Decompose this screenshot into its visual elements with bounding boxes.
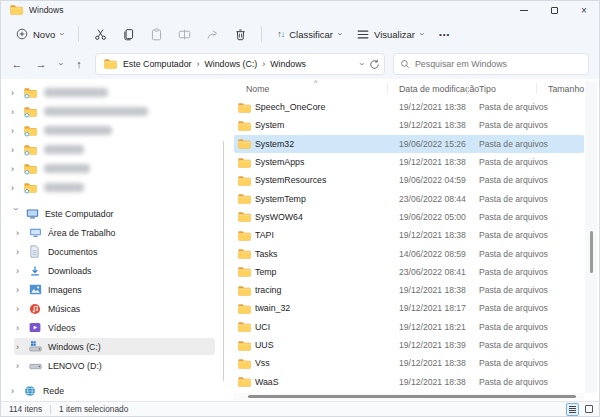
file-row[interactable]: System32 19/06/2022 15:26 Pasta de arqui… xyxy=(234,135,584,153)
recent-locations-button[interactable]: › xyxy=(53,52,67,76)
address-dropdown-icon[interactable]: › xyxy=(357,63,367,66)
file-row[interactable]: SysWOW64 19/06/2022 05:00 Pasta de arqui… xyxy=(234,208,584,226)
file-row[interactable]: SystemApps 19/12/2021 18:38 Pasta de arq… xyxy=(234,153,584,171)
up-button[interactable]: ↑ xyxy=(67,52,91,76)
delete-button[interactable] xyxy=(227,23,253,45)
sidebar-item-blurred[interactable]: › xyxy=(1,178,227,197)
folder-icon xyxy=(238,321,251,332)
sidebar-item[interactable]: › Área de Trabalho xyxy=(1,223,227,242)
expand-chevron-icon[interactable]: › xyxy=(16,266,29,276)
cut-button[interactable] xyxy=(87,23,113,45)
scissors-icon xyxy=(94,28,107,41)
search-input[interactable] xyxy=(415,59,582,69)
paste-button[interactable] xyxy=(143,23,169,45)
folder-icon xyxy=(238,376,251,387)
expand-chevron-icon[interactable]: › xyxy=(11,207,21,220)
file-modified-date: 19/12/2021 18:38 xyxy=(399,285,479,295)
expand-chevron-icon[interactable]: › xyxy=(11,126,24,136)
vertical-scrollbar-thumb[interactable] xyxy=(590,231,593,273)
breadcrumb-segment[interactable]: Windows › xyxy=(270,59,306,69)
folder-icon xyxy=(238,358,255,369)
folder-icon xyxy=(238,102,255,113)
folder-sync-icon xyxy=(24,86,37,99)
file-row[interactable]: SystemResources 19/06/2022 04:59 Pasta d… xyxy=(234,171,584,189)
column-header[interactable]: Tipo xyxy=(479,84,548,94)
sidebar-item-blurred[interactable]: › xyxy=(1,102,227,121)
sidebar-item[interactable]: › Vídeos xyxy=(1,318,227,337)
file-row[interactable]: SystemTemp 23/06/2022 08:44 Pasta de arq… xyxy=(234,189,584,207)
file-row[interactable]: Vss 19/12/2021 18:38 Pasta de arquivos xyxy=(234,354,584,372)
forward-button[interactable]: → xyxy=(29,52,53,76)
file-row[interactable]: Temp 23/06/2022 08:41 Pasta de arquivos xyxy=(234,263,584,281)
expand-chevron-icon[interactable]: › xyxy=(16,228,29,238)
expand-chevron-icon[interactable]: › xyxy=(16,323,29,333)
horizontal-scrollbar[interactable] xyxy=(234,393,584,400)
minimize-button[interactable] xyxy=(509,1,539,19)
expand-chevron-icon[interactable]: › xyxy=(16,304,29,314)
breadcrumb-segment[interactable]: Windows (C:) › xyxy=(204,59,270,69)
sidebar-item[interactable]: › Windows (C:) xyxy=(1,337,227,356)
sidebar-item[interactable]: › Músicas xyxy=(1,299,227,318)
more-options-button[interactable]: ••• xyxy=(432,26,457,43)
expand-chevron-icon[interactable]: › xyxy=(16,361,29,371)
new-button[interactable]: Novo › xyxy=(9,24,70,44)
sidebar-item[interactable]: › Rede xyxy=(1,381,227,400)
sidebar-item[interactable]: › Downloads xyxy=(1,261,227,280)
breadcrumb-segment[interactable]: Este Computador › xyxy=(123,59,204,69)
file-row[interactable]: WaaS 19/12/2021 18:38 Pasta de arquivos xyxy=(234,372,584,390)
copy-button[interactable] xyxy=(115,23,141,45)
expand-chevron-icon[interactable]: › xyxy=(11,386,24,396)
file-row[interactable]: Speech_OneCore 19/12/2021 18:38 Pasta de… xyxy=(234,98,584,116)
file-row[interactable]: Tasks 14/06/2022 08:59 Pasta de arquivos xyxy=(234,244,584,262)
sidebar-item-blurred[interactable]: › xyxy=(1,159,227,178)
sidebar-item[interactable]: › LENOVO (D:) xyxy=(1,356,227,375)
expand-chevron-icon[interactable]: › xyxy=(11,164,24,174)
sidebar-item-blurred[interactable]: › xyxy=(1,140,227,159)
file-row[interactable]: UUS 19/12/2021 18:39 Pasta de arquivos xyxy=(234,336,584,354)
refresh-icon[interactable] xyxy=(369,59,380,70)
column-header[interactable]: Tamanho xyxy=(548,84,584,94)
expand-chevron-icon[interactable]: › xyxy=(16,342,29,352)
sidebar-item[interactable]: › Documentos xyxy=(1,242,227,261)
column-divider[interactable] xyxy=(467,83,468,94)
rename-button[interactable] xyxy=(171,23,197,45)
vertical-scrollbar[interactable] xyxy=(585,81,597,393)
folder-icon xyxy=(238,193,251,204)
icons-view-toggle[interactable] xyxy=(582,403,595,416)
plus-circle-icon xyxy=(16,28,28,40)
file-row[interactable]: twain_32 19/12/2021 18:17 Pasta de arqui… xyxy=(234,299,584,317)
expand-chevron-icon[interactable]: › xyxy=(16,247,29,257)
folder-icon xyxy=(104,58,117,69)
sort-button[interactable]: ↑↓ Classificar › xyxy=(270,25,348,44)
forward-icon: → xyxy=(36,58,47,70)
maximize-button[interactable] xyxy=(539,1,569,19)
address-box[interactable]: Este Computador › Windows (C:) › Windows… xyxy=(95,53,385,75)
file-row[interactable]: tracing 19/12/2021 18:38 Pasta de arquiv… xyxy=(234,281,584,299)
minimize-icon xyxy=(520,10,528,11)
file-row[interactable]: TAPI 19/12/2021 18:38 Pasta de arquivos xyxy=(234,226,584,244)
file-row[interactable]: System 19/12/2021 18:38 Pasta de arquivo… xyxy=(234,116,584,134)
sidebar-scrollbar[interactable] xyxy=(223,141,224,381)
sidebar-item[interactable]: › Este Computador xyxy=(1,204,227,223)
close-button[interactable]: × xyxy=(569,1,599,19)
folder-icon xyxy=(238,340,251,351)
sidebar-item-blurred[interactable]: › xyxy=(1,83,227,102)
expand-chevron-icon[interactable]: › xyxy=(16,285,29,295)
sidebar-item[interactable]: › Imagens xyxy=(1,280,227,299)
share-button[interactable] xyxy=(199,23,225,45)
view-button[interactable]: Visualizar › xyxy=(350,25,430,44)
column-divider[interactable] xyxy=(387,83,388,94)
sidebar-item-blurred[interactable]: › xyxy=(1,121,227,140)
share-icon xyxy=(206,28,219,41)
expand-chevron-icon[interactable]: › xyxy=(11,183,24,193)
expand-chevron-icon[interactable]: › xyxy=(11,107,24,117)
expand-chevron-icon[interactable]: › xyxy=(11,88,24,98)
file-row[interactable]: UCI 19/12/2021 18:21 Pasta de arquivos xyxy=(234,318,584,336)
folder-icon xyxy=(238,102,251,113)
details-view-toggle[interactable] xyxy=(566,403,579,416)
column-header[interactable]: Nome xyxy=(246,84,399,94)
horizontal-scrollbar-thumb[interactable] xyxy=(248,395,576,398)
back-button[interactable]: ← xyxy=(5,52,29,76)
expand-chevron-icon[interactable]: › xyxy=(11,145,24,155)
column-divider[interactable] xyxy=(536,83,537,94)
